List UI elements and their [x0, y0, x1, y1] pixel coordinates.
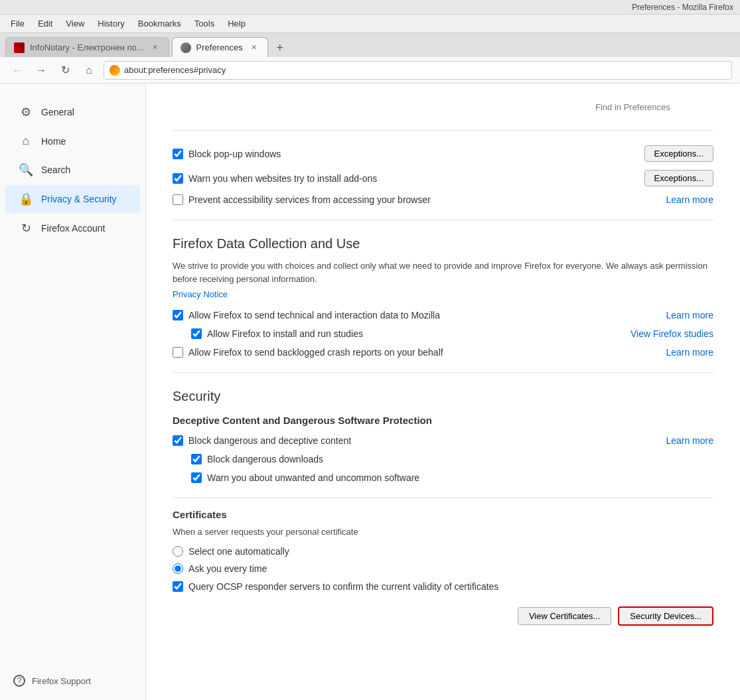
sidebar-general-label: General: [41, 107, 74, 117]
view-firefox-studies-link[interactable]: View Firefox studies: [630, 328, 713, 339]
crash-reports-row: Allow Firefox to send backlogged crash r…: [173, 343, 713, 362]
new-tab-button[interactable]: +: [271, 38, 289, 57]
warn-addons-row: Warn you when websites try to install ad…: [173, 166, 713, 190]
security-devices-button[interactable]: Security Devices...: [618, 606, 713, 626]
address-input-wrap: about:preferences#privacy: [104, 61, 732, 80]
sidebar-item-general[interactable]: ⚙ General: [5, 98, 140, 126]
block-dangerous-label: Block dangerous and deceptive content: [188, 435, 660, 446]
warn-unwanted-checkbox[interactable]: [191, 472, 202, 483]
certificates-subtitle: Certificates: [173, 509, 713, 520]
prevent-accessibility-label: Prevent accessibility services from acce…: [188, 194, 660, 205]
title-bar: Preferences - Mozilla Firefox: [0, 0, 740, 15]
sidebar-item-search[interactable]: 🔍 Search: [5, 156, 140, 184]
block-downloads-label: Block dangerous downloads: [207, 454, 713, 464]
tab-infonotary-close[interactable]: ✕: [149, 42, 161, 53]
send-technical-checkbox[interactable]: [173, 310, 183, 320]
crash-reports-learn-more-link[interactable]: Learn more: [666, 347, 713, 358]
menu-file[interactable]: File: [5, 17, 30, 31]
select-auto-row: Select one automatically: [173, 543, 713, 560]
select-auto-label: Select one automatically: [188, 546, 289, 557]
send-technical-row: Allow Firefox to send technical and inte…: [173, 306, 713, 324]
ocsp-label: Query OCSP responder servers to confirm …: [188, 581, 713, 592]
section-divider-2: [173, 372, 713, 373]
menu-view[interactable]: View: [60, 17, 90, 31]
buttons-row: View Certificates... Security Devices...: [173, 606, 713, 626]
sidebar-account-label: Firefox Account: [41, 223, 106, 234]
ocsp-checkbox[interactable]: [173, 581, 183, 592]
warn-addons-exceptions-button[interactable]: Exceptions...: [644, 170, 713, 186]
prevent-accessibility-learn-more-link[interactable]: Learn more: [666, 194, 713, 205]
main-layout: ⚙ General ⌂ Home 🔍 Search 🔒 Privacy & Se…: [0, 84, 740, 700]
send-technical-learn-more-link[interactable]: Learn more: [666, 310, 713, 320]
deceptive-subtitle: Deceptive Content and Dangerous Software…: [173, 415, 713, 426]
menu-help[interactable]: Help: [222, 17, 251, 31]
send-technical-label: Allow Firefox to send technical and inte…: [188, 310, 660, 320]
firefox-support-link[interactable]: ? Firefox Support: [0, 668, 146, 693]
sidebar-search-label: Search: [41, 165, 70, 175]
privacy-notice-link[interactable]: Privacy Notice: [173, 289, 713, 299]
data-collection-description: We strive to provide you with choices an…: [173, 259, 713, 285]
home-icon: ⌂: [19, 134, 33, 148]
block-dangerous-learn-more-link[interactable]: Learn more: [666, 435, 713, 446]
tab-preferences[interactable]: Preferences ✕: [172, 37, 268, 57]
certificates-description: When a server requests your personal cer…: [173, 525, 713, 539]
block-popups-exceptions-button[interactable]: Exceptions...: [644, 145, 713, 162]
sidebar-footer-label: Firefox Support: [32, 676, 91, 686]
crash-reports-checkbox[interactable]: [173, 347, 183, 358]
forward-button[interactable]: →: [32, 61, 50, 80]
menu-bookmarks[interactable]: Bookmarks: [133, 17, 186, 31]
preferences-icon: [181, 42, 191, 53]
sidebar-item-privacy[interactable]: 🔒 Privacy & Security: [5, 185, 140, 213]
install-studies-checkbox[interactable]: [191, 328, 202, 339]
menu-history[interactable]: History: [92, 17, 129, 31]
gear-icon: ⚙: [19, 105, 33, 119]
tab-preferences-label: Preferences: [196, 42, 243, 52]
block-downloads-row: Block dangerous downloads: [173, 450, 713, 468]
back-button[interactable]: ←: [8, 61, 27, 80]
crash-reports-label: Allow Firefox to send backlogged crash r…: [188, 347, 660, 358]
view-certificates-button[interactable]: View Certificates...: [518, 607, 611, 625]
warn-addons-label: Warn you when websites try to install ad…: [188, 173, 639, 184]
menu-tools[interactable]: Tools: [189, 17, 220, 31]
reload-button[interactable]: ↻: [56, 61, 74, 80]
window-title: Preferences - Mozilla Firefox: [632, 3, 733, 12]
ask-every-time-row: Ask you every time: [173, 560, 713, 577]
tab-infonotary-label: InfoNotary - Електронен по...: [30, 42, 144, 52]
address-text[interactable]: about:preferences#privacy: [124, 65, 726, 75]
find-preferences-input[interactable]: [581, 97, 713, 117]
sidebar-privacy-label: Privacy & Security: [41, 194, 117, 204]
sidebar-item-firefox-account[interactable]: ↻ Firefox Account: [5, 214, 140, 242]
ask-every-time-label: Ask you every time: [188, 563, 267, 574]
search-icon: 🔍: [19, 163, 33, 177]
firefox-logo: [110, 65, 120, 76]
home-button[interactable]: ⌂: [80, 61, 98, 80]
select-auto-radio[interactable]: [173, 546, 183, 557]
warn-addons-checkbox[interactable]: [173, 173, 183, 184]
content-area: 🔍 Block pop-up windows Exceptions... War…: [146, 84, 740, 700]
warn-unwanted-label: Warn you about unwanted and uncommon sof…: [207, 472, 713, 483]
tab-preferences-close[interactable]: ✕: [248, 42, 259, 53]
block-downloads-checkbox[interactable]: [191, 454, 202, 464]
tab-infonotary[interactable]: InfoNotary - Електронен по... ✕: [5, 37, 169, 57]
sidebar-item-home[interactable]: ⌂ Home: [5, 127, 140, 155]
data-collection-title: Firefox Data Collection and Use: [173, 236, 713, 251]
block-dangerous-checkbox[interactable]: [173, 435, 183, 446]
menu-edit[interactable]: Edit: [33, 17, 58, 31]
install-studies-label: Allow Firefox to install and run studies: [207, 328, 625, 339]
question-icon: ?: [13, 675, 25, 687]
warn-unwanted-row: Warn you about unwanted and uncommon sof…: [173, 468, 713, 487]
install-studies-row: Allow Firefox to install and run studies…: [173, 324, 713, 343]
section-divider-3: [173, 498, 713, 498]
find-input-wrap: 🔍: [581, 97, 713, 117]
prevent-accessibility-checkbox[interactable]: [173, 194, 183, 205]
sync-icon: ↻: [19, 221, 33, 236]
ask-every-time-radio[interactable]: [173, 563, 183, 574]
top-divider: [173, 130, 713, 131]
find-bar: 🔍: [173, 97, 713, 117]
menu-bar: File Edit View History Bookmarks Tools H…: [0, 15, 740, 33]
block-popups-checkbox[interactable]: [173, 149, 183, 159]
block-popups-row: Block pop-up windows Exceptions...: [173, 141, 713, 166]
tab-bar: InfoNotary - Електронен по... ✕ Preferen…: [0, 33, 740, 57]
address-bar: ← → ↻ ⌂ about:preferences#privacy: [0, 57, 740, 84]
security-title: Security: [173, 389, 713, 404]
